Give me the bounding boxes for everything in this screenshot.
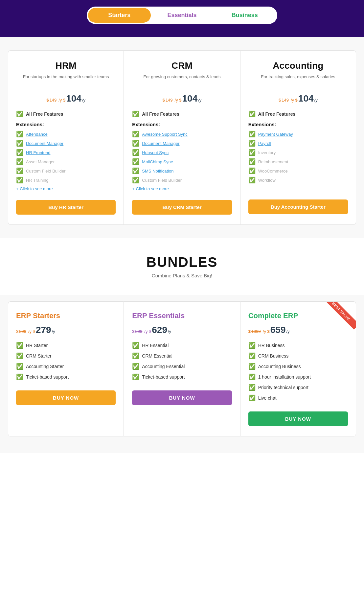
ext-hr-training: ✅ HR Training bbox=[16, 176, 116, 184]
ext-link-hr-frontend[interactable]: HR Frontend bbox=[26, 150, 50, 155]
header: Starters Essentials Business bbox=[0, 0, 364, 37]
all-free-features-hrm: ✅ All Free Features bbox=[16, 110, 116, 118]
buy-crm-starter-button[interactable]: Buy CRM Starter bbox=[132, 200, 232, 215]
ext-payment-gateway: ✅ Payment Gateway bbox=[248, 130, 348, 138]
plans-section: HRM For startups in the making with smal… bbox=[0, 37, 364, 238]
buy-hr-starter-button[interactable]: Buy HR Starter bbox=[16, 200, 116, 215]
plan-price-crm: $ 149 /y $ 104 /y bbox=[132, 93, 232, 104]
bundles-title: BUNDLES bbox=[7, 254, 357, 270]
ext-link-mailchimp-sync[interactable]: MailChimp Sync bbox=[142, 159, 173, 164]
bundle-feature-accounting-starter: ✅ Accounting Starter bbox=[16, 363, 116, 370]
ext-document-manager-crm: ✅ Document Manager bbox=[132, 140, 232, 147]
plan-price-accounting: $ 149 /y $ 104 /y bbox=[248, 93, 348, 104]
plan-card-accounting: Accounting For tracking sales, expenses … bbox=[240, 50, 356, 225]
bundle-price-erp-starters: $ 399 /y $ 279 /y bbox=[16, 325, 116, 335]
click-more-hrm[interactable]: + Click to see more bbox=[16, 186, 116, 191]
bundle-current-price-complete-erp: 659 bbox=[270, 325, 286, 335]
ext-link-payment-gateway[interactable]: Payment Gateway bbox=[258, 132, 293, 137]
tab-business[interactable]: Business bbox=[213, 8, 276, 23]
ext-link-attendance[interactable]: Attendance bbox=[26, 132, 48, 137]
bundles-header: BUNDLES Combine Plans & Save Big! bbox=[0, 238, 364, 285]
plan-title-accounting: Accounting bbox=[248, 60, 348, 71]
tab-starters[interactable]: Starters bbox=[88, 8, 151, 23]
plan-desc-accounting: For tracking sales, expenses & salaries bbox=[248, 74, 348, 87]
bundle-current-price-erp-essentials: 629 bbox=[152, 325, 167, 335]
ext-link-payroll[interactable]: Payroll bbox=[258, 141, 271, 146]
buy-accounting-starter-button[interactable]: Buy Accounting Starter bbox=[248, 199, 348, 214]
extensions-header-crm: Extensions: bbox=[132, 122, 232, 127]
bundle-card-erp-essentials: ERP Essentials $ 899 /y $ 629 /y ✅ HR Es… bbox=[124, 301, 240, 436]
ext-sms-notification: ✅ SMS Notification bbox=[132, 167, 232, 175]
bundle-feature-1hr-install: ✅ 1 hour installation support bbox=[248, 373, 348, 381]
bundle-feature-priority-support: ✅ Priority technical support bbox=[248, 384, 348, 391]
bundle-feature-ticket-support-essentials: ✅ Ticket-based support bbox=[132, 373, 232, 381]
ext-link-hubspot-sync[interactable]: Hubspot Sync bbox=[142, 150, 169, 155]
bundles-grid: ERP Starters $ 399 /y $ 279 /y ✅ HR Star… bbox=[8, 301, 356, 436]
original-price-hrm: 149 bbox=[50, 98, 57, 103]
bundles-subtitle: Combine Plans & Save Big! bbox=[7, 273, 357, 278]
bundle-original-price-complete-erp: 1099 bbox=[251, 329, 261, 334]
bundle-feature-live-chat: ✅ Live chat bbox=[248, 394, 348, 402]
bundle-price-erp-essentials: $ 899 /y $ 629 /y bbox=[132, 325, 232, 335]
original-price-accounting: 149 bbox=[282, 98, 289, 103]
bundle-title-erp-starters: ERP Starters bbox=[16, 312, 116, 320]
bundle-original-price-erp-starters: 399 bbox=[19, 329, 26, 334]
current-price-hrm: 104 bbox=[66, 93, 81, 104]
check-icon: ✅ bbox=[16, 110, 23, 118]
original-price-crm: 149 bbox=[166, 98, 173, 103]
ext-link-awesome-support-sync[interactable]: Awesome Support Sync bbox=[142, 132, 188, 137]
bundle-feature-ticket-support-starters: ✅ Ticket-based support bbox=[16, 373, 116, 381]
ext-document-manager-hrm: ✅ Document Manager bbox=[16, 140, 116, 147]
ext-custom-field-builder-crm: ✅ Custom Field Builder bbox=[132, 176, 232, 184]
bundle-feature-crm-business: ✅ CRM Business bbox=[248, 352, 348, 360]
plan-desc-hrm: For startups in the making with smaller … bbox=[16, 74, 116, 87]
ext-attendance: ✅ Attendance bbox=[16, 130, 116, 138]
buy-complete-erp-button[interactable]: BUY NOW bbox=[248, 411, 348, 426]
click-more-crm[interactable]: + Click to see more bbox=[132, 186, 232, 191]
ext-mailchimp-sync: ✅ MailChimp Sync bbox=[132, 158, 232, 165]
tab-bar: Starters Essentials Business bbox=[87, 7, 277, 24]
bundle-feature-hr-starter: ✅ HR Starter bbox=[16, 342, 116, 349]
bundle-current-price-erp-starters: 279 bbox=[36, 325, 51, 335]
bundle-price-complete-erp: $ 1099 /y $ 659 /y bbox=[248, 325, 348, 335]
ext-woocommerce: ✅ WooCommerce bbox=[248, 167, 348, 175]
bundle-card-complete-erp: BEST VALUE Complete ERP $ 1099 /y $ 659 … bbox=[240, 301, 356, 436]
bundle-original-price-erp-essentials: 899 bbox=[135, 329, 143, 334]
buy-erp-starters-button[interactable]: BUY NOW bbox=[16, 390, 116, 405]
bundle-feature-crm-essential: ✅ CRM Essential bbox=[132, 352, 232, 360]
ext-workflow: ✅ Workflow bbox=[248, 176, 348, 184]
plan-card-crm: CRM For growing customers, contacts & le… bbox=[124, 50, 240, 225]
tab-essentials[interactable]: Essentials bbox=[151, 8, 214, 23]
ext-inventory: ✅ Inventory bbox=[248, 149, 348, 156]
ext-link-sms-notification[interactable]: SMS Notification bbox=[142, 169, 173, 174]
bundle-title-complete-erp: Complete ERP bbox=[248, 312, 348, 320]
ext-hr-frontend: ✅ HR Frontend bbox=[16, 149, 116, 156]
ext-hubspot-sync: ✅ Hubspot Sync bbox=[132, 149, 232, 156]
bundle-feature-hr-business: ✅ HR Business bbox=[248, 342, 348, 349]
bundle-card-erp-starters: ERP Starters $ 399 /y $ 279 /y ✅ HR Star… bbox=[8, 301, 124, 436]
plan-card-hrm: HRM For startups in the making with smal… bbox=[8, 50, 124, 225]
ext-link-document-manager-crm[interactable]: Document Manager bbox=[142, 141, 179, 146]
bundle-feature-crm-starter: ✅ CRM Starter bbox=[16, 352, 116, 360]
bundle-feature-accounting-essential: ✅ Accounting Essential bbox=[132, 363, 232, 370]
ext-link-document-manager-hrm[interactable]: Document Manager bbox=[26, 141, 63, 146]
all-free-features-accounting: ✅ All Free Features bbox=[248, 110, 348, 118]
ext-awesome-support-sync: ✅ Awesome Support Sync bbox=[132, 130, 232, 138]
ext-asset-manager: ✅ Asset Manager bbox=[16, 158, 116, 165]
current-price-accounting: 104 bbox=[298, 93, 314, 104]
bundle-feature-hr-essential: ✅ HR Essential bbox=[132, 342, 232, 349]
extensions-header-hrm: Extensions: bbox=[16, 122, 116, 127]
current-price-crm: 104 bbox=[182, 93, 198, 104]
bundles-section: ERP Starters $ 399 /y $ 279 /y ✅ HR Star… bbox=[0, 295, 364, 453]
bundle-feature-accounting-business: ✅ Accounting Business bbox=[248, 363, 348, 370]
plan-title-hrm: HRM bbox=[16, 60, 116, 71]
extensions-header-accounting: Extensions: bbox=[248, 122, 348, 127]
plan-desc-crm: For growing customers, contacts & leads bbox=[132, 74, 232, 87]
ext-custom-field-builder-hrm: ✅ Custom Field Builder bbox=[16, 167, 116, 175]
ext-payroll: ✅ Payroll bbox=[248, 140, 348, 147]
all-free-features-crm: ✅ All Free Features bbox=[132, 110, 232, 118]
plan-title-crm: CRM bbox=[132, 60, 232, 71]
plans-grid: HRM For startups in the making with smal… bbox=[8, 50, 356, 225]
buy-erp-essentials-button[interactable]: BUY NOW bbox=[132, 390, 232, 405]
plan-price-hrm: $ 149 /y $ 104 /y bbox=[16, 93, 116, 104]
